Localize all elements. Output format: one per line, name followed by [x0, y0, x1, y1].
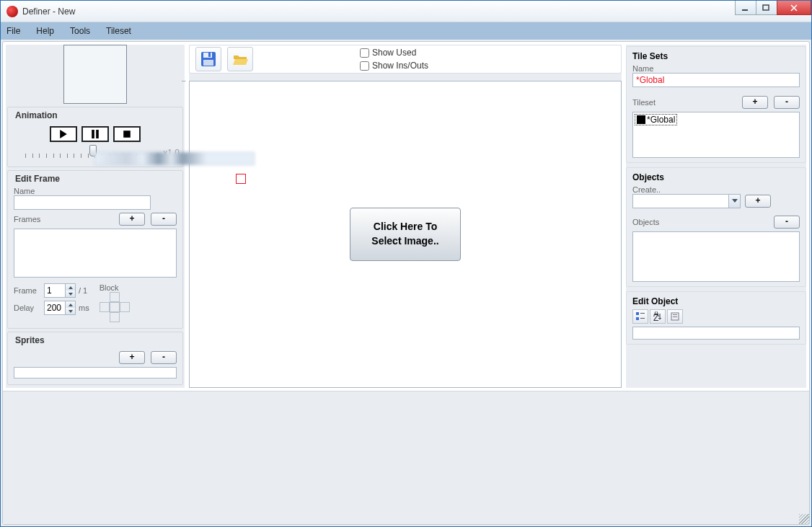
- svg-rect-15: [636, 312, 639, 315]
- app-icon: [6, 6, 18, 17]
- sprites-remove-button[interactable]: -: [151, 351, 177, 364]
- svg-rect-4: [96, 130, 99, 138]
- resize-grip[interactable]: [799, 514, 809, 524]
- right-panel: Tile Sets Name Tileset + - *Global Objec…: [626, 45, 806, 388]
- frames-list[interactable]: [14, 229, 177, 278]
- sprites-group: Sprites + -: [7, 332, 183, 385]
- preview-box[interactable]: [63, 45, 127, 104]
- objects-title: Objects: [632, 172, 800, 182]
- maximize-button[interactable]: [756, 1, 777, 15]
- sort-az-button[interactable]: AZ: [650, 309, 666, 324]
- delay-spinner[interactable]: [44, 301, 76, 315]
- menu-help[interactable]: Help: [36, 26, 54, 36]
- frame-value[interactable]: [45, 284, 65, 297]
- ts-name-input[interactable]: [632, 73, 800, 87]
- window-title: Definer - New: [22, 6, 75, 17]
- svg-rect-17: [640, 313, 645, 314]
- titlebar[interactable]: Definer - New: [1, 1, 811, 22]
- menu-file[interactable]: File: [6, 26, 20, 36]
- ts-remove-button[interactable]: -: [774, 96, 800, 109]
- svg-rect-5: [123, 130, 131, 138]
- frame-total: / 1: [79, 286, 87, 295]
- save-button[interactable]: [195, 47, 221, 71]
- client-area: Animation x1.0 Edit Frame Name: [2, 41, 810, 525]
- frame-label: Frame: [14, 286, 41, 295]
- minimize-button[interactable]: [735, 1, 756, 15]
- left-panel: Animation x1.0 Edit Frame Name: [6, 45, 185, 388]
- ts-tileset-label: Tileset: [632, 98, 656, 107]
- menu-tools[interactable]: Tools: [70, 26, 90, 36]
- down-arrow-icon[interactable]: [66, 291, 75, 297]
- editobject-title: Edit Object: [632, 296, 800, 306]
- sprites-list[interactable]: [14, 367, 177, 378]
- svg-rect-23: [673, 316, 677, 317]
- swatch-icon: [637, 115, 645, 124]
- menu-tileset[interactable]: Tileset: [106, 26, 131, 36]
- frames-remove-button[interactable]: -: [151, 213, 177, 226]
- center-toolbar: Show Used Show Ins/Outs: [189, 45, 622, 74]
- tileset-list[interactable]: *Global: [632, 112, 800, 158]
- objects-list[interactable]: [632, 231, 800, 282]
- tileset-item[interactable]: *Global: [635, 114, 677, 125]
- categorized-view-button[interactable]: [632, 309, 648, 324]
- play-button[interactable]: [50, 126, 77, 142]
- objects-remove-button[interactable]: -: [774, 216, 800, 229]
- select-image-button[interactable]: Click Here To Select Image..: [350, 208, 461, 261]
- svg-rect-16: [636, 317, 639, 320]
- down-arrow-icon[interactable]: [66, 308, 75, 314]
- floppy-icon: [200, 50, 217, 68]
- svg-rect-0: [742, 9, 748, 11]
- editobject-property-area[interactable]: [632, 327, 800, 340]
- animation-title: Animation: [14, 110, 59, 120]
- ts-name-label: Name: [632, 64, 800, 73]
- frames-add-button[interactable]: +: [119, 213, 145, 226]
- svg-rect-11: [203, 53, 212, 58]
- stop-button[interactable]: [113, 126, 141, 142]
- show-used-checkbox[interactable]: Show Used: [360, 48, 428, 58]
- block-label: Block: [100, 283, 130, 292]
- blurred-overlay: [94, 152, 255, 165]
- folder-open-icon: [231, 50, 249, 68]
- open-button[interactable]: [227, 47, 253, 71]
- frame-spinner[interactable]: [44, 283, 76, 298]
- menubar: File Help Tools Tileset: [1, 22, 811, 40]
- block-grid[interactable]: [100, 292, 130, 322]
- up-arrow-icon[interactable]: [66, 301, 75, 308]
- editframe-group: Edit Frame Name Frames + - Frame: [7, 170, 183, 329]
- editobject-section: Edit Object AZ: [626, 291, 806, 345]
- close-button[interactable]: [777, 1, 811, 15]
- up-arrow-icon[interactable]: [66, 284, 75, 291]
- chevron-down-icon: [728, 195, 740, 208]
- delay-label: Delay: [14, 304, 41, 312]
- create-dropdown[interactable]: [632, 194, 741, 208]
- app-window: Definer - New File Help Tools Tileset An…: [0, 0, 812, 527]
- selection-marker[interactable]: [236, 174, 246, 184]
- ts-add-button[interactable]: +: [742, 96, 768, 109]
- svg-rect-22: [673, 314, 677, 315]
- pause-button[interactable]: [81, 126, 109, 142]
- svg-marker-8: [69, 304, 73, 306]
- svg-marker-7: [69, 293, 73, 296]
- create-add-button[interactable]: +: [745, 195, 771, 208]
- delay-value[interactable]: [45, 301, 65, 314]
- tilesets-title: Tile Sets: [632, 51, 800, 61]
- frame-name-input[interactable]: [14, 195, 151, 210]
- svg-marker-6: [69, 286, 73, 289]
- property-page-button[interactable]: [667, 309, 683, 324]
- svg-text:Z: Z: [653, 313, 658, 322]
- svg-rect-12: [208, 53, 211, 57]
- sprites-add-button[interactable]: +: [119, 351, 145, 364]
- ruler-marker: –: [182, 76, 186, 84]
- svg-rect-1: [763, 5, 769, 10]
- svg-rect-18: [640, 318, 645, 319]
- show-insouts-checkbox[interactable]: Show Ins/Outs: [360, 61, 428, 71]
- canvas[interactable]: Click Here To Select Image..: [189, 81, 622, 388]
- editframe-title: Edit Frame: [14, 174, 61, 184]
- list-icon: [635, 311, 645, 322]
- footer-area: [3, 391, 809, 524]
- page-icon: [670, 311, 680, 322]
- svg-marker-2: [60, 130, 67, 138]
- svg-rect-3: [92, 130, 94, 138]
- name-label: Name: [14, 187, 177, 195]
- create-label: Create..: [632, 185, 800, 194]
